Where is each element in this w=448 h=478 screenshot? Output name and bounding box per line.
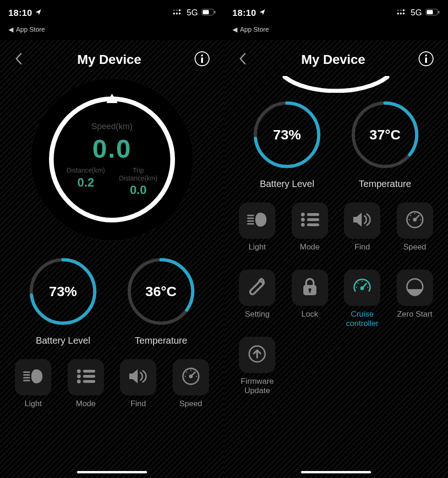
svg-point-20 — [77, 369, 81, 373]
lock-button[interactable]: Lock — [289, 270, 331, 328]
battery-value: 73% — [273, 127, 301, 143]
mode-label: Mode — [300, 242, 320, 261]
light-button[interactable]: Light — [236, 202, 279, 261]
back-caret-icon: ◀ — [232, 26, 238, 33]
nav-bar: My Device — [0, 36, 224, 73]
svg-point-57 — [301, 223, 305, 227]
mode-label: Mode — [76, 399, 96, 418]
svg-point-5 — [179, 13, 181, 14]
mode-button[interactable]: Mode — [65, 359, 107, 418]
temperature-value: 36°C — [145, 284, 176, 299]
svg-rect-11 — [201, 57, 203, 63]
light-label: Light — [249, 242, 266, 261]
svg-point-36 — [397, 13, 399, 14]
find-button[interactable]: Find — [341, 202, 384, 261]
info-button[interactable] — [418, 51, 434, 69]
distance-label: Distance(km) — [67, 166, 105, 174]
svg-point-1 — [176, 9, 178, 11]
status-bar: 18:10 5G — [0, 0, 224, 26]
svg-point-64 — [414, 213, 415, 214]
firmware-label: FirmwareUpdate — [241, 377, 274, 395]
svg-rect-40 — [427, 10, 433, 14]
location-arrow-icon — [35, 9, 42, 17]
speed-label: Speed — [403, 242, 426, 261]
nav-back-button[interactable] — [14, 52, 24, 68]
battery-gauge[interactable]: 73% Battery Level — [250, 97, 324, 189]
temperature-gauge[interactable]: 36°C Temperature — [124, 254, 198, 346]
home-indicator[interactable] — [77, 471, 147, 473]
svg-rect-56 — [307, 218, 319, 221]
headlight-icon — [247, 212, 267, 229]
phone-screen-right: 18:10 5G ◀ App Store — [224, 0, 448, 478]
speed-value: 0.0 — [67, 133, 158, 164]
speed-label: Speed(km) — [67, 122, 158, 132]
svg-point-55 — [301, 218, 305, 222]
svg-rect-21 — [83, 370, 95, 373]
svg-point-72 — [357, 283, 358, 284]
svg-rect-8 — [214, 11, 216, 14]
network-label: 5G — [411, 8, 422, 18]
trip-value: 0.0 — [119, 183, 157, 197]
back-app-label: App Store — [16, 26, 45, 33]
svg-point-10 — [201, 55, 203, 56]
svg-point-38 — [403, 13, 405, 14]
battery-gauge[interactable]: 73% Battery Level — [26, 254, 100, 346]
speedometer: Speed(km) 0.0 Distance(km) 0.2 Trip Dist… — [0, 78, 224, 241]
back-to-app-store[interactable]: ◀ App Store — [0, 26, 224, 36]
battery-label: Battery Level — [260, 179, 315, 189]
svg-point-32 — [196, 376, 197, 377]
light-label: Light — [25, 399, 42, 418]
status-bar: 18:10 5G — [224, 0, 448, 26]
svg-point-29 — [185, 376, 186, 377]
temperature-gauge[interactable]: 37°C Temperature — [348, 97, 422, 189]
lock-label: Lock — [301, 310, 318, 328]
phone-screen-left: 18:10 5G ◀ App Store — [0, 0, 224, 478]
trip-label: Trip Distance(km) — [119, 166, 157, 181]
speed-needle-icon — [106, 94, 118, 103]
upload-icon — [248, 345, 266, 365]
page-title: My Device — [248, 52, 418, 67]
svg-point-71 — [356, 287, 357, 288]
temperature-label: Temperature — [135, 335, 187, 346]
speed-button[interactable]: Speed — [394, 202, 436, 261]
svg-rect-7 — [203, 10, 209, 14]
gauge-icon — [182, 367, 200, 388]
speed-button[interactable]: Speed — [170, 359, 212, 418]
nav-bar: My Device — [224, 36, 448, 73]
home-indicator[interactable] — [301, 471, 371, 473]
svg-point-0 — [173, 9, 175, 11]
back-to-app-store[interactable]: ◀ App Store — [224, 26, 448, 36]
firmware-update-button[interactable]: FirmwareUpdate — [236, 337, 279, 395]
svg-point-35 — [403, 9, 405, 11]
mode-button[interactable]: Mode — [289, 202, 331, 261]
battery-icon — [202, 8, 216, 18]
svg-point-65 — [420, 219, 421, 220]
setting-button[interactable]: Setting — [236, 270, 279, 328]
cruise-label: Cruisecontroller — [346, 310, 378, 328]
network-label: 5G — [187, 8, 198, 18]
nav-back-button[interactable] — [238, 52, 248, 68]
cruise-controller-button[interactable]: Cruisecontroller — [341, 270, 384, 328]
svg-point-24 — [77, 380, 81, 383]
svg-point-63 — [410, 215, 411, 216]
svg-line-70 — [362, 284, 366, 288]
temperature-label: Temperature — [359, 179, 411, 189]
info-button[interactable] — [194, 51, 210, 69]
svg-rect-68 — [309, 290, 310, 293]
zero-start-button[interactable]: Zero Start — [394, 270, 436, 328]
back-caret-icon: ◀ — [8, 26, 14, 33]
svg-line-61 — [415, 215, 419, 220]
svg-point-4 — [176, 13, 178, 14]
find-button[interactable]: Find — [117, 359, 160, 418]
svg-rect-41 — [438, 11, 440, 14]
svg-point-62 — [409, 219, 410, 220]
wrench-icon — [247, 277, 267, 298]
speedometer-arc-peek[interactable] — [224, 76, 448, 93]
svg-point-73 — [362, 281, 363, 282]
svg-point-22 — [77, 374, 81, 378]
light-button[interactable]: Light — [12, 359, 55, 418]
back-app-label: App Store — [240, 26, 269, 33]
speaker-icon — [128, 368, 148, 386]
find-label: Find — [131, 399, 146, 418]
svg-rect-23 — [83, 375, 95, 378]
